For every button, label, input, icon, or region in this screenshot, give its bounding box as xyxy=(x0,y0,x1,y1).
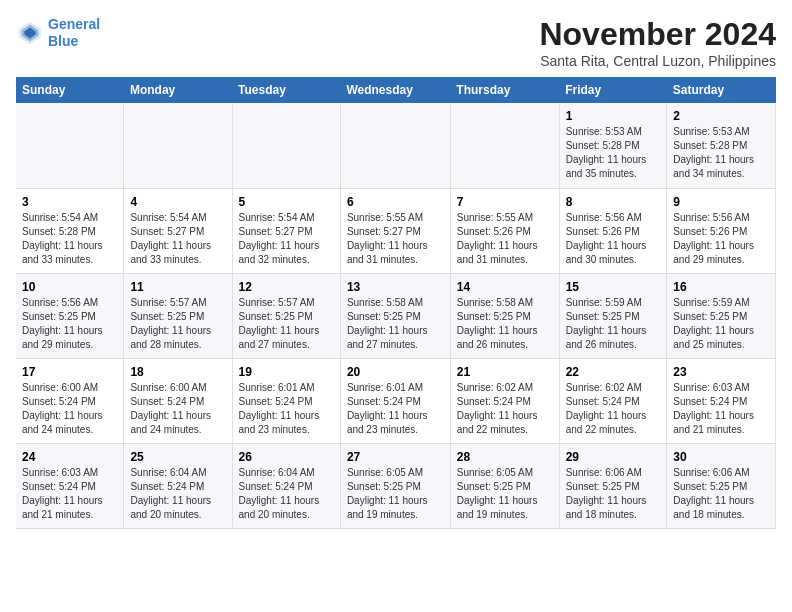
day-info: Sunrise: 6:06 AMSunset: 5:25 PMDaylight:… xyxy=(673,466,769,522)
header-tuesday: Tuesday xyxy=(232,77,340,103)
calendar-cell: 15Sunrise: 5:59 AMSunset: 5:25 PMDayligh… xyxy=(559,273,667,358)
day-info: Sunrise: 6:05 AMSunset: 5:25 PMDaylight:… xyxy=(457,466,553,522)
calendar-cell: 2Sunrise: 5:53 AMSunset: 5:28 PMDaylight… xyxy=(667,103,776,188)
calendar-cell: 23Sunrise: 6:03 AMSunset: 5:24 PMDayligh… xyxy=(667,358,776,443)
day-info: Sunrise: 5:57 AMSunset: 5:25 PMDaylight:… xyxy=(130,296,225,352)
calendar-week-5: 24Sunrise: 6:03 AMSunset: 5:24 PMDayligh… xyxy=(16,443,776,528)
day-info: Sunrise: 6:01 AMSunset: 5:24 PMDaylight:… xyxy=(347,381,444,437)
day-number: 9 xyxy=(673,195,769,209)
day-info: Sunrise: 5:56 AMSunset: 5:26 PMDaylight:… xyxy=(566,211,661,267)
day-number: 27 xyxy=(347,450,444,464)
calendar-cell xyxy=(340,103,450,188)
calendar-table: Sunday Monday Tuesday Wednesday Thursday… xyxy=(16,77,776,529)
header-saturday: Saturday xyxy=(667,77,776,103)
day-number: 22 xyxy=(566,365,661,379)
day-info: Sunrise: 5:53 AMSunset: 5:28 PMDaylight:… xyxy=(673,125,769,181)
calendar-cell: 10Sunrise: 5:56 AMSunset: 5:25 PMDayligh… xyxy=(16,273,124,358)
day-info: Sunrise: 5:54 AMSunset: 5:27 PMDaylight:… xyxy=(130,211,225,267)
day-number: 30 xyxy=(673,450,769,464)
day-info: Sunrise: 6:00 AMSunset: 5:24 PMDaylight:… xyxy=(22,381,117,437)
calendar-cell: 11Sunrise: 5:57 AMSunset: 5:25 PMDayligh… xyxy=(124,273,232,358)
calendar-cell: 19Sunrise: 6:01 AMSunset: 5:24 PMDayligh… xyxy=(232,358,340,443)
day-number: 13 xyxy=(347,280,444,294)
header-monday: Monday xyxy=(124,77,232,103)
calendar-cell: 21Sunrise: 6:02 AMSunset: 5:24 PMDayligh… xyxy=(450,358,559,443)
day-info: Sunrise: 6:01 AMSunset: 5:24 PMDaylight:… xyxy=(239,381,334,437)
day-info: Sunrise: 5:53 AMSunset: 5:28 PMDaylight:… xyxy=(566,125,661,181)
calendar-cell: 4Sunrise: 5:54 AMSunset: 5:27 PMDaylight… xyxy=(124,188,232,273)
day-number: 23 xyxy=(673,365,769,379)
calendar-cell: 17Sunrise: 6:00 AMSunset: 5:24 PMDayligh… xyxy=(16,358,124,443)
day-info: Sunrise: 6:03 AMSunset: 5:24 PMDaylight:… xyxy=(673,381,769,437)
day-info: Sunrise: 6:06 AMSunset: 5:25 PMDaylight:… xyxy=(566,466,661,522)
calendar-body: 1Sunrise: 5:53 AMSunset: 5:28 PMDaylight… xyxy=(16,103,776,528)
calendar-week-1: 1Sunrise: 5:53 AMSunset: 5:28 PMDaylight… xyxy=(16,103,776,188)
calendar-cell: 20Sunrise: 6:01 AMSunset: 5:24 PMDayligh… xyxy=(340,358,450,443)
month-title: November 2024 xyxy=(539,16,776,53)
logo-icon xyxy=(16,19,44,47)
calendar-cell: 7Sunrise: 5:55 AMSunset: 5:26 PMDaylight… xyxy=(450,188,559,273)
day-number: 2 xyxy=(673,109,769,123)
header-friday: Friday xyxy=(559,77,667,103)
day-info: Sunrise: 6:02 AMSunset: 5:24 PMDaylight:… xyxy=(457,381,553,437)
day-number: 7 xyxy=(457,195,553,209)
day-number: 10 xyxy=(22,280,117,294)
calendar-cell xyxy=(232,103,340,188)
header-thursday: Thursday xyxy=(450,77,559,103)
day-info: Sunrise: 6:02 AMSunset: 5:24 PMDaylight:… xyxy=(566,381,661,437)
calendar-cell: 16Sunrise: 5:59 AMSunset: 5:25 PMDayligh… xyxy=(667,273,776,358)
calendar-week-3: 10Sunrise: 5:56 AMSunset: 5:25 PMDayligh… xyxy=(16,273,776,358)
day-info: Sunrise: 6:04 AMSunset: 5:24 PMDaylight:… xyxy=(239,466,334,522)
day-info: Sunrise: 5:58 AMSunset: 5:25 PMDaylight:… xyxy=(457,296,553,352)
calendar-cell xyxy=(450,103,559,188)
day-number: 24 xyxy=(22,450,117,464)
day-info: Sunrise: 5:59 AMSunset: 5:25 PMDaylight:… xyxy=(673,296,769,352)
header-row: Sunday Monday Tuesday Wednesday Thursday… xyxy=(16,77,776,103)
day-number: 29 xyxy=(566,450,661,464)
day-number: 14 xyxy=(457,280,553,294)
calendar-week-4: 17Sunrise: 6:00 AMSunset: 5:24 PMDayligh… xyxy=(16,358,776,443)
calendar-cell: 22Sunrise: 6:02 AMSunset: 5:24 PMDayligh… xyxy=(559,358,667,443)
calendar-cell: 24Sunrise: 6:03 AMSunset: 5:24 PMDayligh… xyxy=(16,443,124,528)
day-info: Sunrise: 5:57 AMSunset: 5:25 PMDaylight:… xyxy=(239,296,334,352)
day-number: 25 xyxy=(130,450,225,464)
calendar-cell: 28Sunrise: 6:05 AMSunset: 5:25 PMDayligh… xyxy=(450,443,559,528)
day-number: 26 xyxy=(239,450,334,464)
day-info: Sunrise: 5:55 AMSunset: 5:26 PMDaylight:… xyxy=(457,211,553,267)
day-info: Sunrise: 6:05 AMSunset: 5:25 PMDaylight:… xyxy=(347,466,444,522)
header-sunday: Sunday xyxy=(16,77,124,103)
day-number: 19 xyxy=(239,365,334,379)
day-info: Sunrise: 5:59 AMSunset: 5:25 PMDaylight:… xyxy=(566,296,661,352)
calendar-cell: 3Sunrise: 5:54 AMSunset: 5:28 PMDaylight… xyxy=(16,188,124,273)
day-number: 17 xyxy=(22,365,117,379)
day-number: 4 xyxy=(130,195,225,209)
calendar-cell: 1Sunrise: 5:53 AMSunset: 5:28 PMDaylight… xyxy=(559,103,667,188)
calendar-cell: 30Sunrise: 6:06 AMSunset: 5:25 PMDayligh… xyxy=(667,443,776,528)
day-number: 20 xyxy=(347,365,444,379)
day-number: 11 xyxy=(130,280,225,294)
day-info: Sunrise: 5:54 AMSunset: 5:28 PMDaylight:… xyxy=(22,211,117,267)
calendar-cell xyxy=(124,103,232,188)
calendar-cell: 9Sunrise: 5:56 AMSunset: 5:26 PMDaylight… xyxy=(667,188,776,273)
day-number: 1 xyxy=(566,109,661,123)
title-area: November 2024 Santa Rita, Central Luzon,… xyxy=(539,16,776,69)
day-number: 8 xyxy=(566,195,661,209)
day-info: Sunrise: 6:00 AMSunset: 5:24 PMDaylight:… xyxy=(130,381,225,437)
logo: General Blue xyxy=(16,16,100,50)
calendar-cell: 5Sunrise: 5:54 AMSunset: 5:27 PMDaylight… xyxy=(232,188,340,273)
day-info: Sunrise: 5:56 AMSunset: 5:25 PMDaylight:… xyxy=(22,296,117,352)
calendar-cell: 26Sunrise: 6:04 AMSunset: 5:24 PMDayligh… xyxy=(232,443,340,528)
calendar-cell: 29Sunrise: 6:06 AMSunset: 5:25 PMDayligh… xyxy=(559,443,667,528)
day-info: Sunrise: 5:56 AMSunset: 5:26 PMDaylight:… xyxy=(673,211,769,267)
day-number: 6 xyxy=(347,195,444,209)
calendar-cell: 25Sunrise: 6:04 AMSunset: 5:24 PMDayligh… xyxy=(124,443,232,528)
day-info: Sunrise: 6:03 AMSunset: 5:24 PMDaylight:… xyxy=(22,466,117,522)
day-number: 5 xyxy=(239,195,334,209)
location-subtitle: Santa Rita, Central Luzon, Philippines xyxy=(539,53,776,69)
day-number: 21 xyxy=(457,365,553,379)
calendar-cell: 13Sunrise: 5:58 AMSunset: 5:25 PMDayligh… xyxy=(340,273,450,358)
day-number: 28 xyxy=(457,450,553,464)
day-info: Sunrise: 5:54 AMSunset: 5:27 PMDaylight:… xyxy=(239,211,334,267)
calendar-cell: 14Sunrise: 5:58 AMSunset: 5:25 PMDayligh… xyxy=(450,273,559,358)
calendar-cell: 18Sunrise: 6:00 AMSunset: 5:24 PMDayligh… xyxy=(124,358,232,443)
